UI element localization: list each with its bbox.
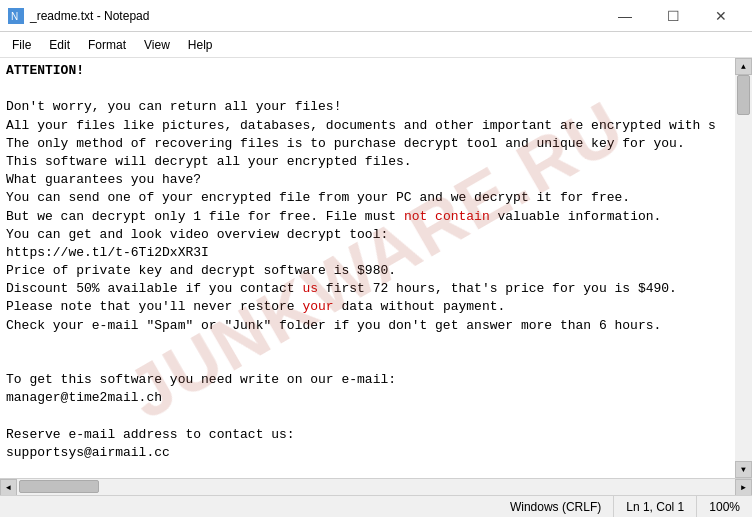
- minimize-button[interactable]: —: [602, 6, 648, 26]
- menu-format[interactable]: Format: [80, 36, 134, 54]
- content-wrapper: JUNKWARE.RU ATTENTION! Don't worry, you …: [0, 58, 752, 478]
- horizontal-scrollbar[interactable]: ◄ ►: [0, 478, 752, 495]
- position-status: Ln 1, Col 1: [614, 496, 697, 517]
- scroll-track[interactable]: [735, 75, 752, 461]
- status-bar: Windows (CRLF) Ln 1, Col 1 100%: [0, 495, 752, 517]
- text-area[interactable]: ATTENTION! Don't worry, you can return a…: [0, 58, 735, 478]
- menu-file[interactable]: File: [4, 36, 39, 54]
- svg-text:N: N: [11, 11, 18, 22]
- scroll-thumb[interactable]: [737, 75, 750, 115]
- menu-help[interactable]: Help: [180, 36, 221, 54]
- scroll-right-button[interactable]: ►: [735, 479, 752, 496]
- zoom-status: 100%: [697, 496, 752, 517]
- encoding-status: Windows (CRLF): [498, 496, 614, 517]
- scroll-up-button[interactable]: ▲: [735, 58, 752, 75]
- menu-view[interactable]: View: [136, 36, 178, 54]
- menu-bar: File Edit Format View Help: [0, 32, 752, 58]
- h-scroll-track[interactable]: [17, 479, 735, 495]
- title-bar-left: N _readme.txt - Notepad: [8, 8, 149, 24]
- window-title: _readme.txt - Notepad: [30, 9, 149, 23]
- h-scroll-thumb[interactable]: [19, 480, 99, 493]
- scroll-left-button[interactable]: ◄: [0, 479, 17, 496]
- menu-edit[interactable]: Edit: [41, 36, 78, 54]
- close-button[interactable]: ✕: [698, 6, 744, 26]
- window-controls[interactable]: — ☐ ✕: [602, 6, 744, 26]
- app-icon: N: [8, 8, 24, 24]
- vertical-scrollbar[interactable]: ▲ ▼: [735, 58, 752, 478]
- scroll-down-button[interactable]: ▼: [735, 461, 752, 478]
- text-content: ATTENTION! Don't worry, you can return a…: [6, 62, 729, 478]
- maximize-button[interactable]: ☐: [650, 6, 696, 26]
- title-bar: N _readme.txt - Notepad — ☐ ✕: [0, 0, 752, 32]
